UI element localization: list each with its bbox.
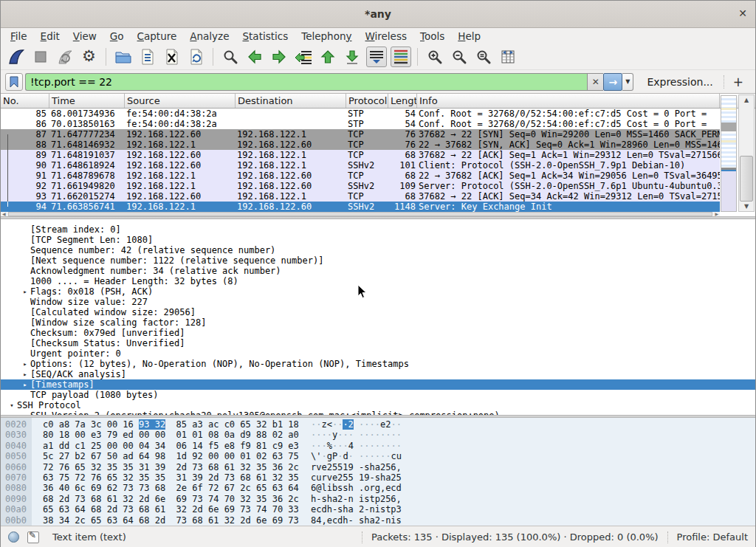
scroll-down-icon[interactable]: ▼ [739, 202, 754, 211]
display-filter-input[interactable] [25, 73, 587, 91]
hex-row-0050[interactable]: 00505c 27 b2 67 50 ad 64 98 1d 92 00 00 … [1, 451, 755, 461]
packet-row-92[interactable]: 9271.661949820192.168.122.1192.168.122.6… [1, 181, 720, 191]
packet-row-87[interactable]: 8771.647777234192.168.122.60192.168.122.… [1, 129, 720, 140]
filter-history-dropdown[interactable]: ▼ [622, 73, 633, 91]
hex-row-0070[interactable]: 007063 75 72 76 65 32 35 35 31 39 2d 73 … [1, 472, 755, 483]
go-forward-button[interactable] [269, 47, 289, 67]
filter-separator [724, 75, 724, 89]
expander-collapsed-icon[interactable]: ▸ [20, 359, 30, 369]
hex-row-0030[interactable]: 003080 18 00 e3 79 ed 00 00 01 01 08 0a … [1, 430, 755, 440]
capture-comment-icon[interactable]: ✎ [27, 531, 39, 543]
detail-line[interactable]: [Calculated window size: 29056] [1, 307, 755, 317]
column-header-length[interactable]: Length [388, 94, 417, 108]
detail-line[interactable]: Acknowledgment number: 34 (relative ack … [1, 266, 755, 276]
cell-dst: 192.168.122.1 [236, 129, 346, 140]
column-header-info[interactable]: Info [417, 94, 720, 108]
scroll-up-icon[interactable]: ▲ [739, 95, 754, 105]
auto-scroll-button[interactable] [366, 47, 387, 67]
detail-line[interactable]: [TCP Segment Len: 1080] [1, 235, 755, 245]
detail-line[interactable]: ▸Flags: 0x018 (PSH, ACK) [1, 286, 755, 297]
hex-row-00a0[interactable]: 00a065 63 64 68 2d 73 68 61 32 2d 6e 69 … [1, 504, 755, 515]
zoom-in-button[interactable] [425, 47, 445, 67]
menu-view[interactable]: View [66, 29, 103, 44]
packet-row-85[interactable]: 8568.001734936fe:54:00:d4:38:2aSTP54Conf… [1, 109, 720, 119]
expander-expanded-icon[interactable]: ▾ [7, 400, 17, 410]
detail-line[interactable]: TCP payload (1080 bytes) [1, 390, 755, 400]
detail-line[interactable]: Sequence number: 42 (relative sequence n… [1, 245, 755, 255]
menu-wireless[interactable]: Wireless [358, 29, 413, 44]
filter-clear-button[interactable]: ✕ [587, 73, 603, 91]
menu-go[interactable]: Go [103, 29, 131, 44]
packet-row-89[interactable]: 8971.648191037192.168.122.60192.168.122.… [1, 150, 720, 160]
menu-telephony[interactable]: Telephony [295, 29, 358, 44]
zoom-out-button[interactable] [449, 47, 470, 67]
column-header-time[interactable]: Time [49, 94, 125, 108]
expander-collapsed-icon[interactable]: ▸ [20, 286, 30, 297]
hex-row-00b0[interactable]: 00b038 34 2c 65 63 64 68 2d 73 68 61 32 … [1, 515, 755, 526]
find-packet-button[interactable] [220, 47, 241, 67]
detail-line[interactable]: [Window size scaling factor: 128] [1, 317, 755, 328]
reload-file-button[interactable] [186, 47, 207, 67]
capture-options-button[interactable]: ⚙ [79, 47, 100, 67]
expander-collapsed-icon[interactable]: ▸ [20, 379, 30, 390]
packet-row-88[interactable]: 8871.648146932192.168.122.1192.168.122.6… [1, 140, 720, 150]
vscroll-thumb[interactable] [740, 156, 753, 202]
menu-statistics[interactable]: Statistics [236, 29, 295, 44]
packet-list-minimap[interactable] [721, 95, 737, 212]
add-filter-button[interactable]: + [733, 75, 743, 89]
zoom-reset-button[interactable] [473, 47, 494, 67]
packet-row-94[interactable]: 9471.663856741192.168.122.1192.168.122.6… [1, 202, 720, 212]
go-back-button[interactable] [244, 47, 265, 67]
packet-row-91[interactable]: 9171.648789678192.168.122.1192.168.122.6… [1, 171, 720, 181]
menu-tools[interactable]: Tools [413, 29, 451, 44]
close-file-button[interactable] [162, 47, 182, 67]
detail-line[interactable]: 1000 .... = Header Length: 32 bytes (8) [1, 276, 755, 286]
detail-text: SSH Protocol [17, 400, 81, 410]
column-header-no[interactable]: No. [1, 94, 49, 108]
go-first-button[interactable] [317, 47, 338, 67]
menu-capture[interactable]: Capture [131, 29, 184, 44]
filter-apply-button[interactable]: → [603, 73, 622, 91]
detail-line[interactable]: [Checksum Status: Unverified] [1, 338, 755, 348]
stop-capture-button[interactable] [30, 47, 51, 67]
menu-edit[interactable]: Edit [34, 29, 66, 44]
packet-list-vscrollbar[interactable]: ▲ ▼ [738, 94, 755, 212]
save-file-button[interactable] [137, 47, 158, 67]
menu-file[interactable]: File [4, 29, 34, 44]
restart-capture-button[interactable] [55, 47, 75, 67]
detail-line[interactable]: Checksum: 0x79ed [unverified] [1, 328, 755, 338]
packet-row-90[interactable]: 9071.648618924192.168.122.60192.168.122.… [1, 160, 720, 171]
menu-help[interactable]: Help [451, 29, 487, 44]
column-header-protocol[interactable]: Protocol [346, 94, 388, 108]
detail-line[interactable]: ▸Options: (12 bytes), No-Operation (NOP)… [1, 359, 755, 369]
packet-row-86[interactable]: 8670.013850163fe:54:00:d4:38:2aSTP54Conf… [1, 119, 720, 129]
packet-row-93[interactable]: 9371.662015274192.168.122.60192.168.122.… [1, 191, 720, 202]
column-header-destination[interactable]: Destination [236, 94, 346, 108]
detail-line[interactable]: Window size value: 227 [1, 297, 755, 307]
detail-text: [Calculated window size: 29056] [30, 307, 196, 317]
hex-row-0080[interactable]: 008036 40 6c 69 62 73 73 68 2e 6f 72 67 … [1, 483, 755, 493]
detail-line[interactable]: Urgent pointer: 0 [1, 348, 755, 359]
go-to-packet-button[interactable] [293, 47, 314, 67]
hex-row-0020[interactable]: 0020c0 a8 7a 3c 00 16 93 32 85 a3 ac c0 … [1, 419, 755, 430]
open-file-button[interactable] [113, 47, 134, 67]
detail-line[interactable]: [Next sequence number: 1122 (relative se… [1, 255, 755, 266]
expert-info-icon[interactable] [8, 531, 19, 543]
hex-row-0090[interactable]: 009068 2d 73 68 61 32 2d 6e 69 73 74 70 … [1, 494, 755, 504]
detail-line[interactable]: ▸[SEQ/ACK analysis] [1, 369, 755, 379]
detail-line[interactable]: [Stream index: 0] [1, 224, 755, 235]
detail-line[interactable]: ▾SSH Protocol [1, 400, 755, 410]
filter-bookmark-button[interactable] [5, 73, 23, 91]
colorize-button[interactable] [391, 47, 411, 67]
expander-collapsed-icon[interactable]: ▸ [20, 369, 30, 379]
close-window-icon[interactable]: ✕ [738, 7, 747, 19]
menu-analyze[interactable]: Analyze [183, 29, 236, 44]
go-last-button[interactable] [342, 47, 362, 67]
column-header-source[interactable]: Source [125, 94, 236, 108]
resize-columns-button[interactable] [498, 47, 518, 67]
hex-row-0060[interactable]: 006072 76 65 32 35 35 31 39 2d 73 68 61 … [1, 462, 755, 472]
start-capture-button[interactable] [6, 47, 27, 67]
hex-row-0040[interactable]: 0040a1 dd c1 25 00 00 04 34 06 14 f5 e8 … [1, 441, 755, 451]
detail-line[interactable]: ▸[Timestamps] [1, 379, 755, 390]
expression-button[interactable]: Expression... [647, 76, 712, 88]
